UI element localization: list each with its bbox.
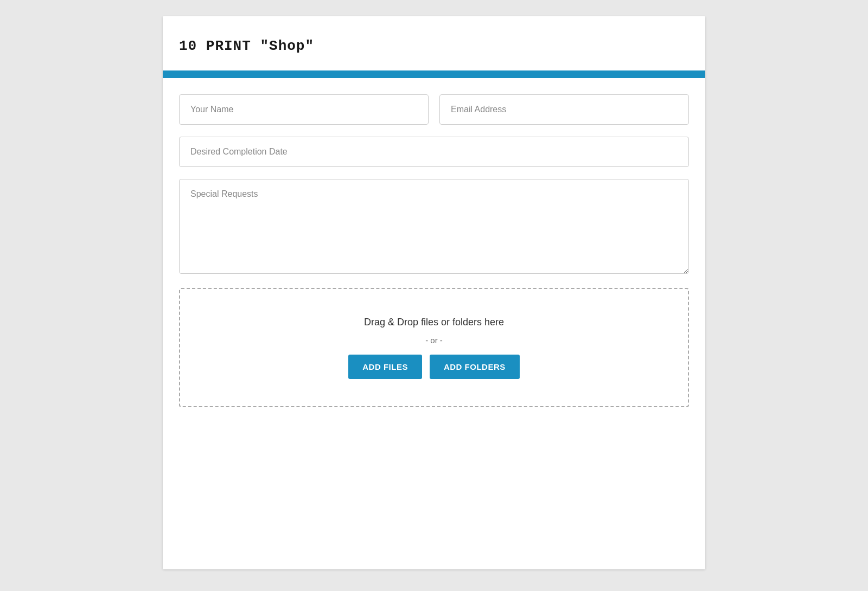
blue-bar <box>163 70 705 78</box>
requests-row <box>179 179 689 276</box>
dropzone-main-text: Drag & Drop files or folders here <box>364 317 504 328</box>
dropzone-or-text: - or - <box>425 336 443 345</box>
name-input[interactable] <box>179 94 429 125</box>
date-row <box>179 137 689 167</box>
name-field-wrapper <box>179 94 429 125</box>
email-input[interactable] <box>439 94 689 125</box>
email-field-wrapper <box>439 94 689 125</box>
site-title: 10 PRINT "Shop" <box>179 38 689 54</box>
main-card: 10 PRINT "Shop" Drag & Drop files or fol… <box>163 16 705 569</box>
header-section: 10 PRINT "Shop" <box>163 16 705 70</box>
dropzone[interactable]: Drag & Drop files or folders here - or -… <box>179 288 689 407</box>
date-input[interactable] <box>179 137 689 167</box>
requests-textarea[interactable] <box>179 179 689 274</box>
dropzone-buttons: ADD FILES ADD FOLDERS <box>348 355 520 379</box>
form-section: Drag & Drop files or folders here - or -… <box>163 78 705 423</box>
name-email-row <box>179 94 689 125</box>
add-folders-button[interactable]: ADD FOLDERS <box>430 355 520 379</box>
add-files-button[interactable]: ADD FILES <box>348 355 422 379</box>
